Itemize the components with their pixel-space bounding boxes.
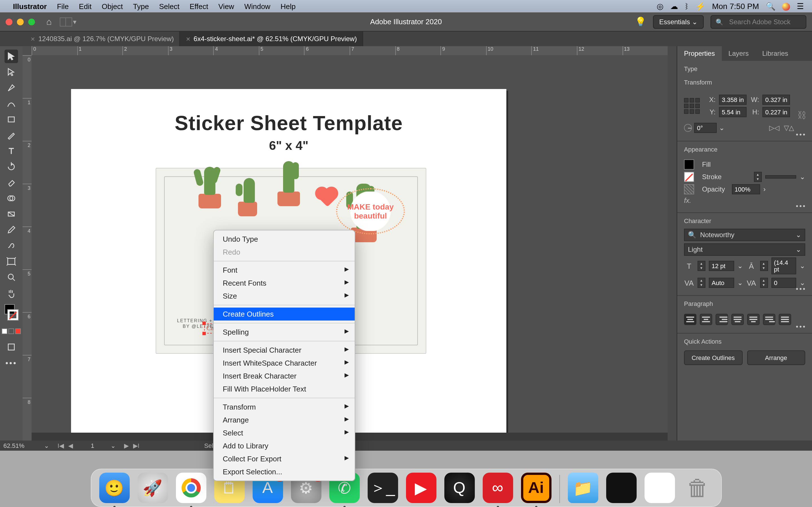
- constrain-proportions-icon[interactable]: ⛓: [797, 110, 806, 121]
- menu-type[interactable]: Type: [128, 2, 154, 10]
- more-options-icon[interactable]: •••: [796, 202, 806, 210]
- transform-h-input[interactable]: 0.227 in: [762, 107, 790, 117]
- dock-terminal[interactable]: ＞_: [367, 473, 398, 503]
- ctx-insert-special[interactable]: Insert Special Character: [214, 344, 355, 356]
- quick-create-outlines-button[interactable]: Create Outlines: [684, 350, 742, 365]
- ctx-undo[interactable]: Undo Type: [214, 233, 355, 245]
- artboard-nav[interactable]: I◀◀: [56, 442, 74, 449]
- transform-y-input[interactable]: 5.54 in: [719, 107, 747, 117]
- hand-tool[interactable]: [4, 286, 18, 300]
- document-tab[interactable]: ✕1240835.ai @ 126.7% (CMYK/GPU Preview): [25, 32, 180, 46]
- ctx-recent-fonts[interactable]: Recent Fonts: [214, 277, 355, 290]
- more-options-icon[interactable]: •••: [796, 323, 806, 331]
- flip-vertical-icon[interactable]: ▽△: [784, 124, 794, 132]
- menu-effect[interactable]: Effect: [185, 2, 213, 10]
- font-family-select[interactable]: 🔍 Noteworthy⌄: [684, 229, 805, 241]
- rotate-angle-input[interactable]: 0°⌄: [684, 123, 725, 133]
- ctx-insert-whitespace[interactable]: Insert WhiteSpace Character: [214, 356, 355, 370]
- discover-button[interactable]: 💡: [635, 16, 646, 27]
- reference-point-grid[interactable]: [684, 98, 700, 114]
- ctx-spelling[interactable]: Spelling: [214, 326, 355, 339]
- transform-x-input[interactable]: 3.358 in: [719, 95, 747, 105]
- fx-button[interactable]: fx.: [684, 196, 691, 205]
- tab-libraries[interactable]: Libraries: [755, 46, 795, 61]
- notifications-icon[interactable]: ☰: [794, 2, 808, 11]
- arrange-documents-button[interactable]: [59, 17, 72, 26]
- tab-layers[interactable]: Layers: [721, 46, 755, 61]
- artboard-nav[interactable]: ▶▶I: [122, 442, 141, 449]
- align-right-button[interactable]: [716, 314, 728, 325]
- justify-left-button[interactable]: [731, 314, 744, 325]
- zoom-tool[interactable]: [4, 270, 18, 284]
- rotate-tool[interactable]: [4, 160, 18, 173]
- pen-tool[interactable]: [4, 81, 18, 95]
- dock-launchpad[interactable]: 🚀: [137, 473, 168, 503]
- ctx-arrange[interactable]: Arrange: [214, 413, 355, 427]
- direct-selection-tool[interactable]: [4, 65, 18, 79]
- window-minimize[interactable]: [17, 18, 24, 25]
- artboard-tool[interactable]: [4, 255, 18, 268]
- ctx-collect-export[interactable]: Collect For Export: [214, 452, 355, 465]
- dock-chrome[interactable]: [175, 473, 206, 503]
- transform-w-input[interactable]: 0.327 in: [762, 95, 790, 105]
- fill-swatch[interactable]: [684, 159, 694, 170]
- ctx-size[interactable]: Size: [214, 290, 355, 302]
- more-options-icon[interactable]: •••: [796, 131, 806, 138]
- dock-recent-2[interactable]: [644, 473, 675, 503]
- gradient-tool[interactable]: [4, 207, 18, 221]
- font-size-stepper[interactable]: ▴▾: [698, 261, 705, 271]
- dock-creative-cloud[interactable]: ∞: [483, 473, 513, 503]
- collapsed-panel-column[interactable]: [668, 46, 677, 441]
- ctx-font[interactable]: Font: [214, 264, 355, 277]
- ctx-transform[interactable]: Transform: [214, 400, 355, 413]
- kerning-input[interactable]: Auto: [709, 278, 734, 288]
- opacity-chevron-icon[interactable]: ›: [763, 185, 765, 193]
- home-button[interactable]: ⌂: [46, 17, 52, 27]
- cloud-sync-icon[interactable]: ☁: [667, 2, 681, 11]
- stock-search-input[interactable]: Search Adobe Stock: [711, 15, 806, 29]
- menu-app[interactable]: Illustrator: [8, 2, 52, 10]
- cc-status-icon[interactable]: ◎: [653, 2, 667, 11]
- siri-icon[interactable]: [779, 2, 794, 11]
- stroke-weight-input[interactable]: [765, 175, 796, 179]
- spotlight-icon[interactable]: 🔍: [762, 2, 779, 11]
- type-tool[interactable]: [4, 144, 18, 158]
- flip-horizontal-icon[interactable]: ▷◁: [769, 124, 779, 132]
- menu-file[interactable]: File: [52, 2, 74, 10]
- quick-arrange-button[interactable]: Arrange: [747, 350, 805, 365]
- stroke-weight-stepper[interactable]: ▴▾: [754, 172, 762, 182]
- ruler-horizontal[interactable]: 012345678910111213: [32, 46, 668, 55]
- opacity-input[interactable]: 100%: [732, 184, 760, 194]
- dock-quicktime[interactable]: Q: [444, 473, 474, 503]
- clock[interactable]: Mon 7:50 PM: [709, 2, 762, 11]
- ctx-create-outlines[interactable]: Create Outlines: [214, 307, 355, 321]
- ctx-export-selection[interactable]: Export Selection...: [214, 465, 355, 478]
- close-tab-icon[interactable]: ✕: [31, 36, 35, 42]
- workspace-switcher[interactable]: Essentials ⌄: [653, 15, 704, 29]
- artboard-number[interactable]: 1: [81, 442, 104, 449]
- kerning-stepper[interactable]: ▴▾: [698, 278, 705, 288]
- eyedropper-tool[interactable]: [4, 223, 18, 237]
- zoom-level[interactable]: 62.51%: [3, 442, 37, 449]
- color-mode-row[interactable]: [4, 325, 18, 338]
- align-left-button[interactable]: [684, 314, 696, 325]
- dock-illustrator[interactable]: Ai: [521, 473, 551, 503]
- battery-icon[interactable]: ⚡: [692, 2, 709, 11]
- tracking-input[interactable]: 0: [771, 278, 796, 288]
- menu-window[interactable]: Window: [239, 2, 275, 10]
- blend-tool[interactable]: [4, 239, 18, 252]
- font-size-input[interactable]: 12 pt: [709, 261, 734, 271]
- leading-input[interactable]: (14.4 pt: [771, 258, 796, 274]
- window-zoom[interactable]: [28, 18, 35, 25]
- leading-stepper[interactable]: ▴▾: [760, 261, 768, 271]
- menu-view[interactable]: View: [213, 2, 239, 10]
- font-weight-select[interactable]: Light⌄: [684, 243, 805, 256]
- arrange-documents-chevron-icon[interactable]: ▾: [73, 18, 77, 25]
- document-tab[interactable]: ✕6x4-sticker-sheet.ai* @ 62.51% (CMYK/GP…: [180, 32, 363, 46]
- justify-all-button[interactable]: [779, 314, 791, 325]
- dock-recent-1[interactable]: [606, 473, 637, 503]
- stroke-options-chevron-icon[interactable]: ⌄: [800, 173, 805, 181]
- screen-mode-tool[interactable]: [4, 340, 18, 354]
- dock-downloads[interactable]: 📁: [567, 473, 598, 503]
- menu-select[interactable]: Select: [154, 2, 185, 10]
